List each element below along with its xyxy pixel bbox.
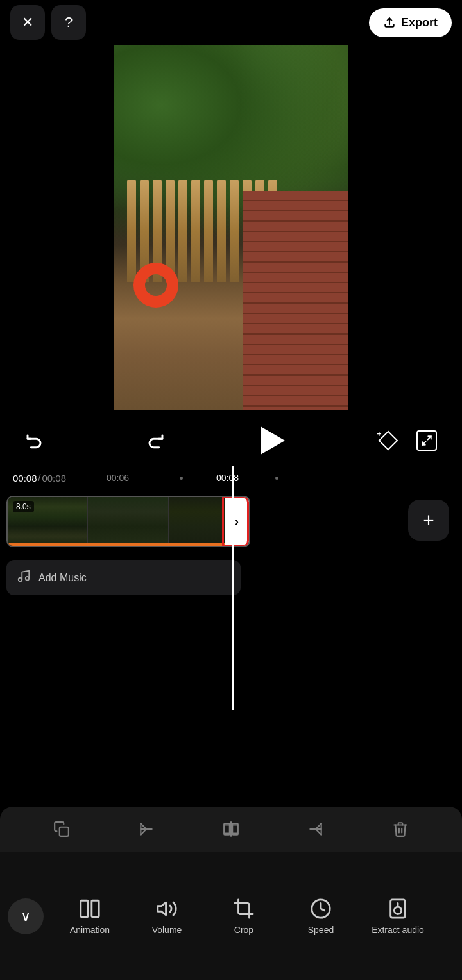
help-button[interactable]: ? [51, 5, 86, 40]
fence-post [178, 180, 187, 282]
timeline-timestamps: 00:08 / 00:08 00:06 00:08 [0, 466, 462, 489]
play-icon [261, 426, 285, 455]
clip-tool-trim-right[interactable] [307, 821, 324, 837]
add-music-label: Add Music [38, 572, 87, 584]
brick-wall [243, 191, 348, 410]
life-ring [133, 263, 178, 308]
close-icon: ✕ [22, 14, 33, 31]
clip-tool-copy[interactable] [53, 821, 70, 837]
svg-marker-15 [158, 902, 166, 915]
redo-button[interactable] [139, 424, 171, 457]
crop-label: Crop [234, 925, 253, 935]
clip-tool-split[interactable] [223, 821, 239, 837]
speed-icon [310, 898, 332, 920]
animation-icon [79, 898, 101, 920]
playhead [232, 466, 234, 710]
time-separator: / [38, 473, 41, 483]
playback-controls: + [0, 415, 462, 466]
volume-icon [156, 898, 178, 920]
extract-audio-label: Extract audio [372, 925, 424, 935]
svg-point-18 [394, 907, 401, 914]
nav-items-list: Animation Volume [51, 852, 462, 980]
video-track[interactable]: 8.0s › [6, 496, 250, 547]
svg-rect-14 [92, 900, 99, 917]
svg-rect-5 [60, 827, 69, 836]
nav-collapse-section: ∨ [0, 852, 51, 980]
nav-item-volume[interactable]: Volume [128, 852, 205, 980]
nav-item-animation[interactable]: Animation [51, 852, 128, 980]
fullscreen-icon [416, 430, 437, 451]
volume-label: Volume [152, 925, 182, 935]
extract-audio-icon [387, 898, 409, 920]
keyframe-button[interactable]: + [372, 424, 404, 457]
fullscreen-button[interactable] [411, 424, 443, 457]
add-music-button[interactable]: Add Music [6, 560, 241, 595]
clip-tool-delete[interactable] [392, 821, 409, 837]
bottom-nav: ∨ Animation [0, 852, 462, 980]
delete-icon [392, 821, 409, 837]
copy-icon [53, 821, 70, 837]
export-button[interactable]: Export [369, 8, 452, 37]
play-button[interactable] [257, 426, 285, 455]
redo-icon [144, 430, 165, 451]
collapse-button[interactable]: ∨ [8, 898, 44, 934]
trim-right-icon [307, 821, 324, 837]
music-icon [17, 569, 31, 586]
fence-post [127, 180, 136, 282]
fence-post [217, 180, 226, 282]
nav-item-extract-audio[interactable]: Extract audio [359, 852, 436, 980]
clip-tool-trim-left[interactable] [138, 821, 155, 837]
bottom-nav-row: ∨ Animation [0, 852, 462, 980]
time-dot-2 [275, 477, 278, 480]
svg-rect-13 [81, 900, 88, 917]
filmstrip-segment-2 [88, 497, 168, 546]
add-clip-button[interactable]: + [408, 500, 449, 541]
svg-point-3 [19, 578, 22, 582]
top-bar-left: ✕ ? [10, 5, 86, 40]
svg-point-4 [26, 577, 30, 581]
export-label: Export [401, 16, 438, 30]
fence-post [191, 180, 200, 282]
chevron-down-icon: ∨ [21, 908, 31, 925]
nav-item-speed[interactable]: Speed [282, 852, 359, 980]
help-icon: ? [65, 14, 73, 31]
export-icon [383, 16, 396, 29]
fence-post [230, 180, 239, 282]
crop-icon [233, 898, 255, 920]
speed-label: Speed [308, 925, 334, 935]
time-dot-1 [180, 477, 183, 480]
video-preview [114, 45, 348, 410]
undo-button[interactable] [19, 424, 51, 457]
nav-item-crop[interactable]: Crop [205, 852, 282, 980]
plus-icon: + [423, 509, 434, 531]
time-current: 00:08 [13, 473, 37, 484]
time-total: 00:08 [42, 473, 66, 484]
top-bar: ✕ ? Export [0, 0, 462, 45]
fence-post [204, 180, 213, 282]
clip-toolbar [0, 807, 462, 852]
video-canvas [114, 45, 348, 410]
time-right: 00:08 [216, 473, 239, 483]
close-button[interactable]: ✕ [10, 5, 45, 40]
track-progress-bar [8, 543, 225, 546]
animation-label: Animation [70, 925, 110, 935]
handle-chevron-icon: › [235, 515, 239, 529]
time-mid: 00:06 [107, 473, 129, 483]
split-icon [223, 821, 239, 837]
undo-icon [25, 430, 46, 451]
track-duration-badge: 8.0s [13, 501, 34, 512]
trim-left-icon [138, 821, 155, 837]
right-controls: + [372, 424, 443, 457]
track-filmstrip [8, 497, 249, 546]
video-background [114, 45, 348, 410]
track-end-handle[interactable]: › [225, 497, 249, 546]
